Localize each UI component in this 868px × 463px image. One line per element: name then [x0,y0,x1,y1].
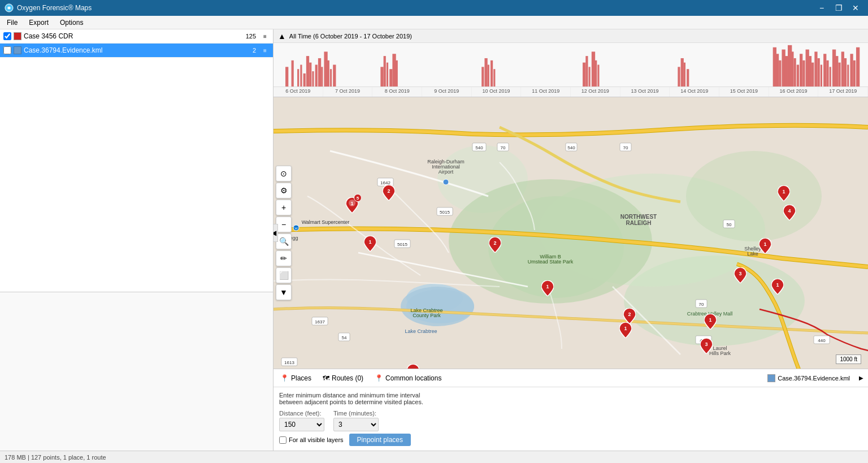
svg-text:540: 540 [475,145,483,150]
svg-text:70: 70 [699,302,704,307]
time-select[interactable]: 3 1 2 5 10 [333,418,379,431]
map-marker-3[interactable]: 1 [364,236,376,253]
evidence-name: Case.36794.Evidence.kml [24,46,250,54]
map-draw-btn[interactable]: ✏ [276,250,292,266]
svg-rect-18 [387,63,388,86]
timeline-bars-svg [274,43,868,86]
svg-rect-63 [850,54,853,86]
map-search-btn[interactable]: 🔍 [276,233,292,249]
menu-options[interactable]: Options [55,18,88,28]
svg-text:1: 1 [709,317,711,323]
svg-text:1: 1 [368,239,371,245]
common-icon: 📍 [375,374,383,382]
map-marker-7[interactable]: 1 [619,322,632,340]
svg-rect-33 [678,67,680,86]
map-select-btn[interactable]: ⬜ [276,267,292,283]
menubar: File Export Options [0,16,868,29]
case-checkbox[interactable] [3,32,11,40]
map-settings-btn[interactable]: ⚙ [276,183,292,198]
app-icon [5,3,14,12]
case-name: Case 3456 CDR [24,32,244,40]
map-marker-9[interactable]: 1 [704,314,717,331]
svg-text:3: 3 [705,341,708,347]
statusbar-text: 178 MB | 127 points, 1 place, 1 route [5,454,106,461]
places-icon: 📍 [280,374,289,382]
evidence-color [14,46,21,54]
restore-button[interactable]: ❐ [831,0,847,16]
timeline-range: All Time (6 October 2019 - 17 October 20… [289,33,412,40]
map-marker-12[interactable]: 4 [783,205,796,222]
svg-rect-9 [315,65,318,87]
map-marker-1[interactable]: 1 5 [346,197,358,210]
svg-text:5015: 5015 [397,242,407,247]
form-actions: For all visible layers Pinpoint places [279,434,862,446]
svg-rect-32 [597,65,599,87]
distance-select[interactable]: 150 100 200 300 500 [279,418,324,431]
svg-rect-58 [835,56,838,86]
svg-text:Airport: Airport [439,169,454,175]
map-svg: 540 70 540 1642 5015 5015 70 50 1637 5 [274,97,868,369]
map-marker-5[interactable]: 1 [541,280,554,298]
places-label: Places [291,374,311,382]
close-button[interactable]: ✕ [848,0,863,16]
map-filter-btn[interactable]: ▼ [276,284,292,300]
visible-layers-checkbox[interactable] [279,436,287,444]
svg-text:Lake: Lake [747,251,758,257]
map-marker-11[interactable]: 1 [759,238,771,256]
pinpoint-button[interactable]: Pinpoint places [349,434,411,446]
tab-routes[interactable]: 🗺 Routes (0) [320,373,366,383]
menu-file[interactable]: File [2,18,22,28]
svg-text:70: 70 [623,145,628,150]
legend-expand-icon[interactable]: ▶ [859,375,863,381]
map-marker-10[interactable]: 3 [734,267,747,285]
case-row[interactable]: Case 3456 CDR 125 ≡ [0,29,273,44]
svg-rect-16 [380,67,383,86]
time-label: Time (minutes): [333,410,379,417]
svg-text:440: 440 [818,338,826,343]
svg-text:County Park: County Park [413,313,441,318]
evidence-checkbox[interactable] [3,46,11,54]
map-marker-13[interactable]: 1 [778,185,790,203]
svg-rect-8 [312,71,314,86]
map-marker-16[interactable]: 8 [407,364,419,369]
svg-rect-51 [814,51,817,86]
map-marker-14[interactable]: 1 [771,279,784,296]
timeline-area: ▲ All Time (6 October 2019 - 17 October … [274,29,868,97]
evidence-row[interactable]: Case.36794.Evidence.kml 2 ≡ [0,44,273,58]
menu-export[interactable]: Export [24,18,53,28]
map-zoom-out-btn[interactable]: − [276,217,292,232]
tab-places[interactable]: 📍 Places [278,373,314,383]
map-compass-btn[interactable]: ⊙ [276,166,292,181]
svg-rect-28 [585,56,588,86]
svg-rect-25 [491,60,493,86]
minimize-button[interactable]: − [814,0,830,16]
timeline-labels: 6 Oct 2019 7 Oct 2019 8 Oct 2019 9 Oct 2… [274,86,868,97]
svg-text:3: 3 [739,271,741,276]
svg-rect-2 [292,60,294,86]
map-marker-2[interactable]: 2 [383,185,395,202]
svg-text:8: 8 [411,367,414,369]
collapse-timeline-icon[interactable]: ▲ [278,32,286,41]
svg-rect-49 [809,56,811,86]
svg-rect-15 [333,65,336,87]
timeline-label-7: 13 Oct 2019 [620,87,670,97]
svg-text:W: W [294,227,298,230]
map-marker-8[interactable]: 3 [700,338,713,356]
svg-rect-19 [389,69,392,86]
tab-common[interactable]: 📍 Common locations [372,373,444,383]
visible-layers-label[interactable]: For all visible layers [279,436,344,444]
svg-rect-52 [818,58,820,86]
svg-rect-4 [300,65,302,87]
svg-text:Walmart Supercenter: Walmart Supercenter [302,219,350,225]
map-area[interactable]: 540 70 540 1642 5015 5015 70 50 1637 5 [274,97,868,369]
timeline-chart[interactable] [274,43,868,86]
timeline-label-5: 11 Oct 2019 [521,87,571,97]
svg-text:1: 1 [624,326,627,331]
collapse-panel-btn[interactable]: ◀ [274,224,278,242]
case-menu-btn[interactable]: ≡ [261,32,270,41]
timeline-label-9: 15 Oct 2019 [719,87,769,97]
evidence-menu-btn[interactable]: ≡ [261,46,270,55]
map-marker-4[interactable]: 2 [489,237,501,254]
svg-rect-59 [838,63,840,86]
map-zoom-in-btn[interactable]: + [276,200,292,215]
